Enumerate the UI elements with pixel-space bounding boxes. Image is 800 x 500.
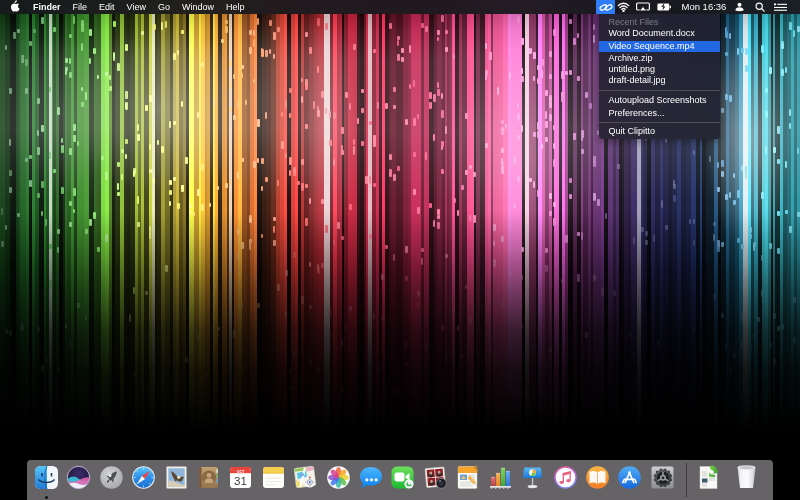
svg-text:31: 31: [234, 475, 247, 487]
svg-text:OCT: OCT: [237, 470, 245, 474]
